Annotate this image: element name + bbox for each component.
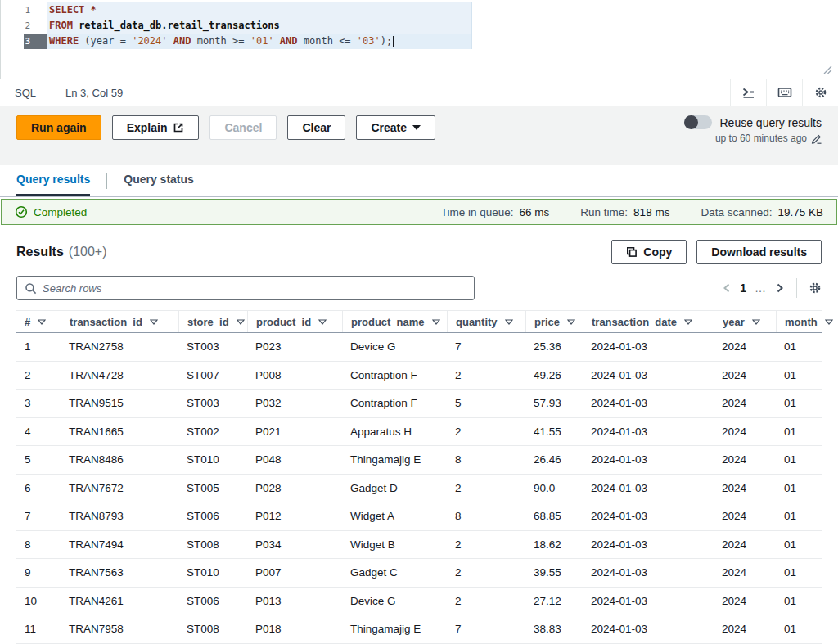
table-row: 7TRAN8793ST006P012Widget A868.852024-01-…: [16, 502, 822, 531]
sql-editor[interactable]: 1SELECT *2FROM retail_data_db.retail_tra…: [0, 0, 838, 79]
table-cell: 8: [16, 538, 61, 551]
search-rows-input[interactable]: [43, 282, 466, 295]
sort-caret-icon[interactable]: [237, 319, 245, 325]
table-cell: 01: [776, 510, 822, 522]
table-cell: 01: [776, 397, 822, 409]
table-cell: 7: [447, 340, 525, 353]
table-cell: 25.36: [525, 340, 583, 353]
chevron-left-icon[interactable]: [722, 282, 732, 294]
table-cell: Contraption F: [342, 369, 447, 381]
copy-button[interactable]: Copy: [611, 240, 687, 264]
table-cell: ST006: [178, 510, 247, 522]
explain-button[interactable]: Explain: [112, 115, 200, 140]
sort-caret-icon[interactable]: [150, 319, 158, 325]
table-cell: 2024: [714, 538, 776, 551]
download-results-button[interactable]: Download results: [696, 240, 822, 264]
create-button[interactable]: Create: [356, 115, 435, 140]
column-header-product_name[interactable]: product_name: [342, 311, 447, 332]
table-cell: Thingamajig E: [342, 453, 447, 466]
table-cell: 57.93: [525, 397, 583, 409]
table-cell: 2024-01-03: [583, 340, 714, 353]
table-cell: 2024-01-03: [583, 453, 714, 466]
chevron-right-icon[interactable]: [775, 282, 785, 294]
column-header-transaction_id[interactable]: transaction_id: [61, 311, 178, 332]
cancel-button[interactable]: Cancel: [210, 115, 277, 140]
code-line: 2FROM retail_data_db.retail_transactions: [1, 18, 838, 34]
table-cell: 7: [447, 623, 525, 635]
column-header-store_id[interactable]: store_id: [178, 311, 247, 332]
sort-caret-icon[interactable]: [567, 319, 575, 325]
sort-caret-icon[interactable]: [38, 319, 46, 325]
table-cell: TRAN8793: [61, 510, 178, 522]
table-preferences-button[interactable]: [809, 281, 822, 295]
status-badge: Completed: [34, 206, 87, 218]
table-row: 4TRAN1665ST002P021Apparatus H241.552024-…: [16, 418, 822, 447]
query-stat: Data scanned:19.75 KB: [701, 206, 823, 218]
table-cell: 2: [447, 426, 525, 438]
keyboard-shortcuts-button[interactable]: [766, 79, 802, 106]
column-header-price[interactable]: price: [525, 311, 583, 332]
table-cell: 2024-01-03: [583, 510, 714, 522]
table-cell: Gadget D: [342, 482, 447, 494]
column-header-transaction_date[interactable]: transaction_date: [583, 311, 714, 332]
column-header-product_id[interactable]: product_id: [247, 311, 342, 332]
query-status-banner: Completed Time in queue:66 msRun time:81…: [1, 199, 837, 225]
cursor-position-label: Ln 3, Col 59: [65, 87, 123, 99]
column-header-year[interactable]: year: [714, 311, 776, 332]
tab-query-status[interactable]: Query status: [124, 165, 194, 196]
table-cell: ST010: [178, 453, 247, 466]
sort-caret-icon[interactable]: [752, 319, 760, 325]
code-text: SELECT *: [47, 2, 838, 18]
table-cell: 8: [447, 510, 525, 522]
sort-caret-icon[interactable]: [318, 319, 327, 325]
results-title: Results: [16, 245, 64, 259]
table-cell: P012: [247, 510, 342, 522]
sort-caret-icon[interactable]: [432, 319, 440, 325]
page-number[interactable]: 1: [740, 281, 746, 295]
table-cell: 11: [16, 623, 61, 635]
table-cell: 2024-01-03: [583, 566, 714, 579]
table-cell: 01: [776, 566, 822, 579]
table-cell: 18.62: [525, 538, 583, 551]
table-cell: ST006: [178, 595, 247, 607]
table-cell: 2024: [714, 426, 776, 438]
table-row: 8TRAN7494ST008P034Widget B218.622024-01-…: [16, 531, 822, 560]
table-cell: 2024-01-03: [583, 369, 714, 381]
table-cell: 2024: [714, 595, 776, 607]
column-header-quantity[interactable]: quantity: [447, 311, 525, 332]
table-row: 2TRAN4728ST007P008Contraption F249.26202…: [16, 362, 822, 390]
resize-handle-icon[interactable]: [822, 65, 832, 74]
line-number: 2: [1, 18, 47, 34]
tab-divider: [106, 173, 107, 189]
table-cell: 01: [776, 426, 822, 438]
table-cell: 5: [447, 397, 525, 409]
sort-caret-icon[interactable]: [684, 319, 692, 325]
tab-query-results[interactable]: Query results: [16, 165, 90, 196]
column-header-row-number[interactable]: #: [16, 311, 61, 332]
editor-settings-button[interactable]: [802, 79, 838, 106]
run-again-button[interactable]: Run again: [16, 115, 101, 140]
table-cell: Device G: [342, 595, 447, 607]
format-query-button[interactable]: [730, 79, 766, 106]
table-row: 6TRAN7672ST005P028Gadget D290.02024-01-0…: [16, 475, 822, 503]
table-cell: 2024: [714, 566, 776, 579]
table-cell: 2024-01-03: [583, 538, 714, 551]
sort-caret-icon[interactable]: [505, 319, 513, 325]
pagination-divider: [796, 278, 797, 298]
line-number: 3: [1, 34, 47, 49]
clear-button[interactable]: Clear: [287, 115, 345, 140]
table-cell: P018: [247, 623, 342, 635]
table-cell: 2024: [714, 623, 776, 635]
column-header-month[interactable]: month: [776, 311, 822, 332]
edit-pencil-icon[interactable]: [811, 133, 822, 144]
sql-code-lines: 1SELECT *2FROM retail_data_db.retail_tra…: [1, 2, 838, 49]
sort-caret-icon[interactable]: [825, 319, 833, 325]
table-cell: 27.12: [525, 595, 583, 607]
external-link-icon: [173, 122, 184, 133]
reuse-query-results-toggle[interactable]: [684, 115, 712, 129]
table-cell: 6: [16, 482, 61, 494]
table-header-row: #transaction_idstore_idproduct_idproduct…: [16, 310, 822, 333]
table-cell: TRAN7563: [61, 566, 178, 579]
query-stats: Time in queue:66 msRun time:818 msData s…: [441, 206, 823, 218]
table-cell: Thingamajig E: [342, 623, 447, 635]
